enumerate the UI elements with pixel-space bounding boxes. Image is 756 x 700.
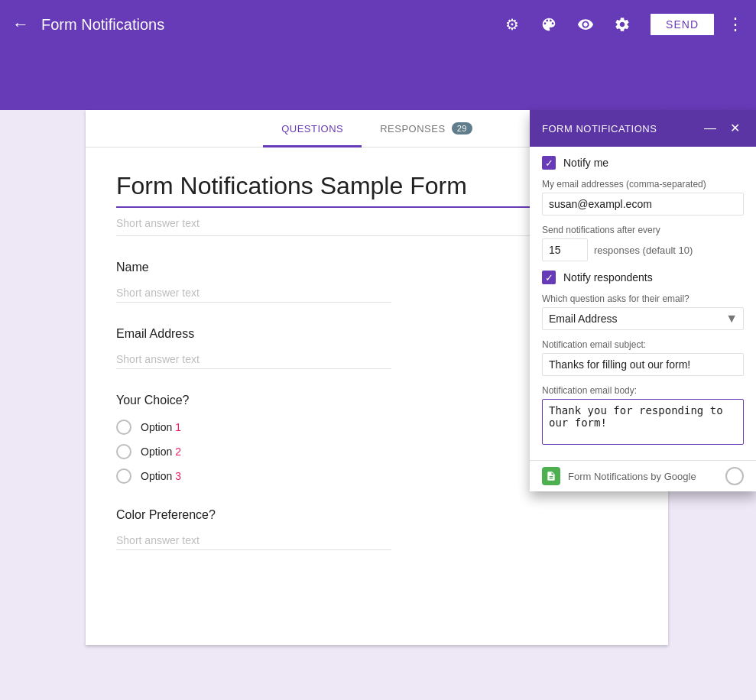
responses-count-badge: 29 [452,122,472,134]
tab-questions-label: QUESTIONS [281,123,343,134]
subject-input[interactable] [542,353,744,376]
send-button[interactable]: SEND [650,13,715,36]
tab-questions[interactable]: QUESTIONS [263,110,362,147]
send-after-input[interactable] [542,238,588,261]
question-color-input[interactable]: Short answer text [116,534,391,550]
main-area: QUESTIONS RESPONSES 29 Form Notification… [0,110,756,645]
topbar-icons: ⚙ SEND ⋮ [497,9,744,40]
radio-circle-3 [116,468,131,484]
which-question-label: Which question asks for their email? [542,293,744,304]
question-color-label: Color Preference? [116,508,638,522]
footer-icon [542,467,560,485]
panel-minimize-button[interactable]: — [701,119,719,138]
back-button[interactable]: ← [12,16,29,33]
tab-responses-label: RESPONSES [380,123,445,134]
email-field-label: My email addresses (comma-separated) [542,179,744,190]
panel-header-icons: — ✕ [701,119,744,138]
panel-header: FORM NOTIFICATIONS — ✕ [530,110,756,147]
subject-label: Notification email subject: [542,339,744,350]
puzzle-icon-button[interactable]: ⚙ [497,9,527,40]
panel-close-button[interactable]: ✕ [725,119,744,138]
topbar: ← Form Notifications ⚙ SEND ⋮ [0,0,756,49]
panel-footer: Form Notifications by Google [530,460,756,491]
notifications-panel: FORM NOTIFICATIONS — ✕ ✓ Notify me My em… [530,110,756,491]
send-after-suffix: responses (default 10) [594,245,693,256]
option-1-text: Option 1 [141,421,181,433]
panel-body: ✓ Notify me My email addresses (comma-se… [530,147,756,460]
body-textarea[interactable]: Thank you for responding to our form! [542,399,744,445]
notify-me-checkbox[interactable]: ✓ [542,156,556,170]
email-input[interactable] [542,193,744,216]
panel-title: FORM NOTIFICATIONS [542,123,657,134]
option-3-text: Option 3 [141,470,181,482]
tab-responses[interactable]: RESPONSES 29 [362,110,491,147]
app-title: Form Notifications [41,16,497,34]
more-options-button[interactable]: ⋮ [727,15,744,34]
radio-circle-1 [116,420,131,435]
banner [0,49,756,110]
notify-me-label: Notify me [563,157,608,169]
notify-respondents-checkbox[interactable]: ✓ [542,271,556,284]
option-2-text: Option 2 [141,446,181,458]
preview-icon-button[interactable] [570,9,601,40]
send-after-row: responses (default 10) [542,238,744,261]
which-question-select-wrapper: Email Address Name ▼ [542,307,744,330]
footer-circle [725,467,744,485]
radio-circle-2 [116,444,131,459]
question-name-input[interactable]: Short answer text [116,287,391,303]
palette-icon-button[interactable] [534,9,564,40]
question-color: Color Preference? Short answer text [116,508,638,550]
which-question-select[interactable]: Email Address Name [542,307,744,330]
body-label: Notification email body: [542,385,744,396]
notify-respondents-label: Notify respondents [563,271,653,284]
settings-icon-button[interactable] [607,9,638,40]
footer-text: Form Notifications by Google [568,471,696,482]
notify-me-row: ✓ Notify me [542,156,744,170]
send-after-label: Send notifications after every [542,225,744,235]
notify-respondents-row: ✓ Notify respondents [542,271,744,284]
question-email-input[interactable]: Short answer text [116,353,391,369]
